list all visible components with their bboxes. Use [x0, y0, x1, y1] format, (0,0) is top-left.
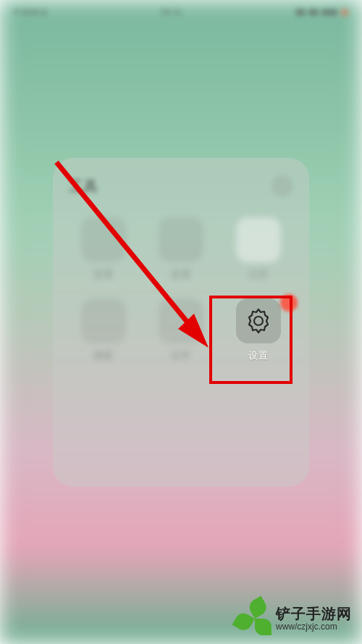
app-icon — [159, 217, 203, 262]
app-label: 日历 — [248, 268, 269, 281]
folder-close-button[interactable] — [272, 175, 293, 197]
folder-header: 工具 — [69, 175, 293, 197]
app-item[interactable]: 文件 — [146, 298, 216, 362]
app-item[interactable]: 便签 — [69, 298, 139, 362]
app-folder: 工具 应用 应用 日历 便签 文件 — [53, 158, 309, 487]
gear-icon — [236, 298, 281, 343]
svg-point-0 — [254, 317, 263, 325]
app-item[interactable]: 应用 — [146, 217, 216, 281]
app-icon — [159, 298, 203, 343]
app-icon — [81, 298, 126, 343]
app-grid: 应用 应用 日历 便签 文件 — [69, 217, 293, 362]
watermark: 铲子手游网 www/czjxjc.com — [240, 603, 352, 634]
app-label: 应用 — [171, 268, 191, 281]
app-label: 便签 — [93, 349, 114, 362]
notification-badge — [280, 294, 298, 311]
app-icon — [81, 217, 126, 262]
app-label: 应用 — [93, 268, 114, 281]
app-label: 文件 — [171, 349, 191, 362]
app-item-settings[interactable]: 设置 — [223, 298, 293, 362]
watermark-name: 铲子手游网 — [276, 606, 352, 622]
status-carrier: 中国移动 — [13, 7, 48, 19]
app-item[interactable]: 应用 — [69, 217, 139, 281]
status-right — [295, 8, 349, 17]
watermark-text: 铲子手游网 www/czjxjc.com — [276, 606, 352, 632]
watermark-logo-icon — [240, 603, 270, 634]
app-label: 设置 — [248, 349, 269, 362]
status-bar: 中国移动 09:41 — [0, 0, 362, 25]
app-icon — [236, 217, 281, 262]
status-time: 09:41 — [161, 7, 182, 17]
folder-title: 工具 — [69, 177, 98, 196]
app-item[interactable]: 日历 — [223, 217, 293, 281]
watermark-url: www/czjxjc.com — [276, 622, 337, 632]
